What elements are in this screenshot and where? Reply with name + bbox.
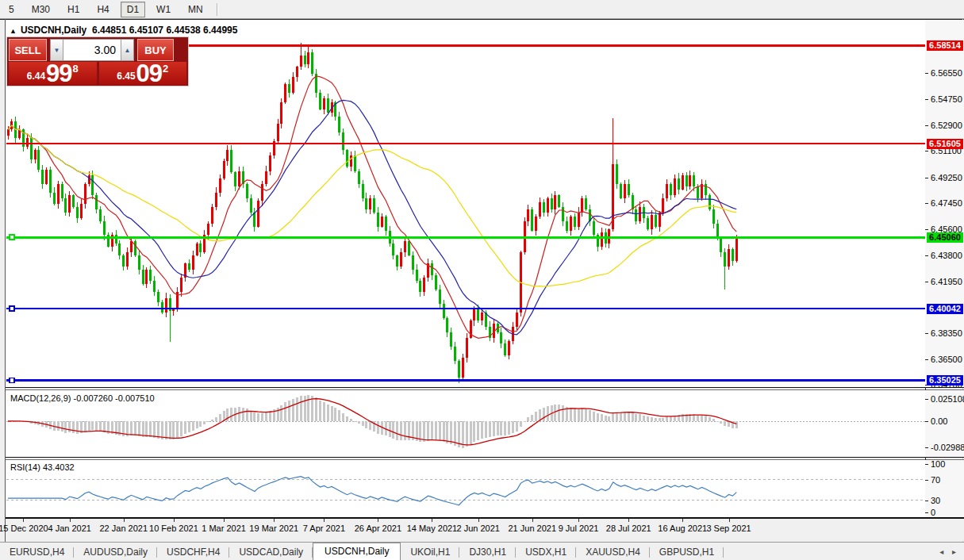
spinner-down-icon: ▼ <box>54 47 60 54</box>
date-tick-mark <box>174 519 175 522</box>
date-tick-mark <box>432 519 432 522</box>
timeframe-button-d1[interactable]: D1 <box>121 2 145 17</box>
price-axis[interactable]: 6.565506.547506.529006.511006.492506.474… <box>925 20 964 387</box>
sell-price-quote[interactable]: 6.44 99 8 <box>9 62 97 85</box>
price-tick-mark <box>925 99 928 100</box>
panel-separator[interactable] <box>6 387 964 388</box>
chart-tab-usdcad[interactable]: USDCAD,Daily <box>229 544 313 560</box>
chart-tab-usdcnh[interactable]: USDCNH,Daily <box>313 543 401 560</box>
timeframe-button-m30[interactable]: M30 <box>25 2 56 17</box>
date-tick-mark <box>628 519 629 522</box>
volume-increase-button[interactable]: ▲ <box>121 39 134 61</box>
timeframe-button-h4[interactable]: H4 <box>90 2 115 17</box>
rsi-tick-mark <box>925 512 928 513</box>
chart-tab-eurusd[interactable]: EURUSD,H4 <box>0 544 74 560</box>
chart-tab-dj30[interactable]: DJ30,H1 <box>459 544 516 560</box>
price-tick-label: 6.54750 <box>931 94 962 104</box>
buy-price-quote[interactable]: 6.45 09 2 <box>99 62 187 85</box>
rsi-tick-mark <box>925 480 928 481</box>
buy-button[interactable]: BUY <box>137 39 174 61</box>
rsi-tick-mark <box>925 501 928 501</box>
rsi-tick-mark <box>925 464 928 465</box>
chart-tab-audusd[interactable]: AUDUSD,Daily <box>74 544 157 560</box>
chart-tab-ukoil[interactable]: UKOil,H1 <box>401 544 459 560</box>
chart-title: ▲USDCNH,Daily 6.44851 6.45107 6.44538 6.… <box>10 25 237 36</box>
price-tick-label: 6.52900 <box>931 121 962 130</box>
trading-terminal-window: 5M30H1H4D1W1MN 6.565506.547506.529006.51… <box>0 0 964 560</box>
chart-tab-usdchf[interactable]: USDCHF,H4 <box>157 544 229 560</box>
volume-decrease-button[interactable]: ▼ <box>50 39 63 61</box>
sell-button[interactable]: SELL <box>9 39 47 61</box>
price-tick-mark <box>925 125 928 126</box>
chart-tab-gbpusd[interactable]: GBPUSD,H1 <box>650 544 724 560</box>
chart-tab-bar: EURUSD,H4AUDUSD,DailyUSDCHF,H4USDCAD,Dai… <box>0 542 964 560</box>
rsi-indicator-chart <box>6 460 925 517</box>
date-tick-mark <box>532 519 533 522</box>
level-price-badge: 6.45060 <box>927 232 963 243</box>
macd-tick-label: 0.00 <box>931 416 947 426</box>
price-tick-label: 6.56550 <box>931 68 962 78</box>
rsi-tick-label: 0 <box>931 508 935 517</box>
price-tick-label: 6.43800 <box>931 251 962 260</box>
chart-ohlc-values: 6.44851 6.45107 6.44538 6.44995 <box>92 25 238 36</box>
collapse-panel-icon[interactable]: ▲ <box>10 27 17 35</box>
price-tick-mark <box>925 333 928 334</box>
date-tick-mark <box>578 519 579 522</box>
sell-price-pips: 99 <box>46 63 71 84</box>
macd-tick-mark <box>925 421 928 422</box>
rsi-tick-label: 70 <box>931 475 940 485</box>
timeframe-toolbar: 5M30H1H4D1W1MN <box>0 0 964 18</box>
chart-symbol-label: USDCNH,Daily <box>21 25 86 36</box>
panel-separator[interactable] <box>6 457 964 458</box>
date-tick-label: 3 Sep 2021 <box>693 524 765 533</box>
rsi-tick-label: 30 <box>931 496 940 505</box>
volume-input[interactable]: 3.00 <box>63 39 121 61</box>
sell-price-base: 6.44 <box>27 68 45 84</box>
price-tick-label: 6.47450 <box>931 198 962 208</box>
date-axis[interactable]: 15 Dec 20204 Jan 202122 Jan 202110 Feb 2… <box>6 519 964 541</box>
macd-tick-mark <box>925 399 928 400</box>
macd-label: MACD(12,26,9) -0.007260 -0.007510 <box>10 393 155 403</box>
toolbar-separator <box>217 3 217 16</box>
level-price-badge: 6.51605 <box>927 139 963 149</box>
level-price-badge: 6.40042 <box>927 304 963 314</box>
level-price-badge: 6.58514 <box>927 40 963 51</box>
sell-price-point: 8 <box>73 63 79 74</box>
timeframe-button-w1[interactable]: W1 <box>150 2 177 17</box>
date-tick-mark <box>23 519 24 522</box>
price-tick-mark <box>925 178 928 178</box>
price-tick-label: 6.49250 <box>931 173 962 182</box>
date-tick-mark <box>124 519 125 522</box>
timeframe-button-h1[interactable]: H1 <box>61 2 86 17</box>
rsi-tick-label: 100 <box>931 459 945 469</box>
macd-tick-label: -0.029881 <box>931 443 964 452</box>
chart-tab-usdx[interactable]: USDX,H1 <box>516 544 576 560</box>
price-tick-mark <box>925 282 928 282</box>
price-tick-mark <box>925 255 928 256</box>
level-price-badge: 6.35025 <box>927 375 963 385</box>
one-click-trading-panel: SELL ▼ 3.00 ▲ BUY 6.44 99 8 6.45 09 2 <box>6 36 189 86</box>
date-tick-mark <box>478 519 479 522</box>
rsi-label: RSI(14) 43.4032 <box>10 462 75 472</box>
buy-price-base: 6.45 <box>117 68 135 84</box>
slow-ma-line <box>8 125 736 286</box>
date-tick-mark <box>70 519 71 522</box>
price-tick-mark <box>925 229 928 230</box>
buy-price-pips: 09 <box>136 63 162 84</box>
timeframe-button-mn[interactable]: MN <box>182 2 209 17</box>
price-tick-label: 6.38350 <box>931 328 962 338</box>
date-tick-mark <box>224 519 225 522</box>
price-tick-mark <box>925 151 928 152</box>
macd-axis: 0.0251080.00-0.029881 <box>925 390 964 457</box>
macd-tick-mark <box>925 447 928 448</box>
price-tick-label: 6.36500 <box>931 355 962 364</box>
tab-scroll-arrows[interactable]: ◂ ▸ <box>939 547 959 556</box>
price-tick-label: 6.41950 <box>931 277 962 286</box>
date-tick-mark <box>274 519 275 522</box>
date-tick-mark <box>682 519 683 522</box>
buy-price-point: 2 <box>163 63 168 74</box>
date-tick-mark <box>378 519 378 522</box>
chart-tab-xauusd[interactable]: XAUUSD,H4 <box>576 544 650 560</box>
price-tick-mark <box>925 359 928 360</box>
timeframe-button-5[interactable]: 5 <box>2 2 21 17</box>
